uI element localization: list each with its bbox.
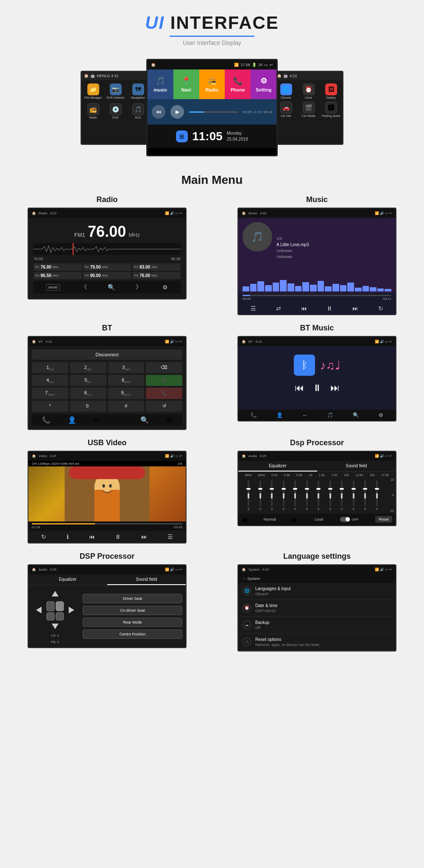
bt-screen: 🏠 BT 4:22 📶🔊▭↩ Disconnect 1GHI 2ABC 3DEF bbox=[28, 336, 187, 430]
eq-bar bbox=[287, 283, 294, 292]
center-player-area: ⏮ ▶ 00:25 / 2:15 / 05:14 bbox=[148, 99, 276, 125]
video-controls: ↻ ℹ ⏮ ⏸ ⏭ ☰ bbox=[28, 531, 186, 543]
eq-slider[interactable]: 0 bbox=[294, 480, 296, 510]
video-progress-track bbox=[32, 523, 182, 524]
list-item: P5 90.00 MHz bbox=[83, 272, 131, 279]
header-section: UI INTERFACE User Interface Display bbox=[0, 0, 424, 50]
repeat-icon: ↻ bbox=[41, 533, 46, 540]
eq-bar bbox=[347, 283, 354, 291]
home-icon: 🏠 bbox=[32, 568, 36, 571]
driver-seat-button[interactable]: Driver Seat bbox=[83, 594, 182, 603]
list-item: P6 76.00 MHz bbox=[132, 272, 181, 279]
svg-rect-14 bbox=[47, 613, 54, 620]
lang-item-languages[interactable]: 🌐 Languages & input Gboard bbox=[238, 583, 396, 600]
eq-slider[interactable]: 0 bbox=[364, 480, 366, 510]
key-9[interactable]: 9WXYZ bbox=[108, 388, 145, 399]
home-icon: 🏠 bbox=[32, 211, 36, 215]
title-interface: INTERFACE bbox=[165, 13, 279, 33]
dsp2-main: LR: 0 FB: 0 Driver Seat Co-driver Seat R… bbox=[28, 585, 186, 647]
key-2[interactable]: 2ABC bbox=[70, 362, 106, 373]
call-icon: 📞 bbox=[42, 416, 50, 424]
key-5[interactable]: 5JKL bbox=[70, 375, 106, 386]
rear-mode-button[interactable]: Rear Mode bbox=[83, 618, 182, 627]
preset-freq: 90.00 bbox=[90, 273, 100, 278]
eq-slider[interactable]: 0 bbox=[283, 480, 285, 510]
key-call[interactable]: 📞 bbox=[146, 375, 182, 386]
eq-slider[interactable]: 0 bbox=[248, 480, 249, 510]
bt-icon-area: ᛒ ♪♫♩ bbox=[294, 355, 340, 376]
eq-slider[interactable]: 0 bbox=[271, 480, 273, 510]
key-4[interactable]: 4GHI bbox=[32, 375, 68, 386]
aux-label: AUX bbox=[135, 116, 141, 119]
eq-slider[interactable]: 0 bbox=[259, 480, 261, 510]
main-time: 11:05 bbox=[192, 130, 223, 143]
video-topbar-left: 🏠 Video 4:47 bbox=[32, 454, 56, 458]
radio-title: Radio bbox=[96, 195, 117, 204]
range-high: 90.00 bbox=[171, 257, 181, 261]
music-screen: 🏠 Music 4:46 📶🔊▭↩ 🎵 1/3 A Little Love.mp… bbox=[237, 208, 396, 315]
bt-music-topbar-left: 🏠 BT 4:23 bbox=[242, 340, 262, 344]
phone-menu-icon: 📞 bbox=[233, 76, 243, 86]
key-hash[interactable]: # bbox=[108, 401, 145, 412]
eq-bar bbox=[325, 286, 332, 291]
centre-position-button[interactable]: Centre Position bbox=[83, 630, 182, 639]
navigation-label: Navigation bbox=[131, 96, 145, 99]
eq-slider[interactable]: 0 bbox=[329, 480, 331, 510]
eq-slider[interactable]: 0 bbox=[353, 480, 354, 510]
co-driver-seat-button[interactable]: Co-driver Seat bbox=[83, 606, 182, 615]
key-7[interactable]: 7PQRS bbox=[32, 388, 68, 399]
transfer-icon: ↔ bbox=[302, 412, 307, 418]
track-artist1: Unknown bbox=[276, 249, 391, 253]
chrome-label: Chrome bbox=[281, 96, 291, 99]
lang-item-datetime[interactable]: ⏰ Date & time GMT+00:00 bbox=[238, 600, 396, 617]
eq-bar bbox=[243, 286, 249, 291]
freq-17k5: 17.5K bbox=[381, 474, 389, 477]
search-icon: 🔍 bbox=[140, 416, 149, 424]
home-icon: 🏠 bbox=[32, 454, 36, 458]
band-button[interactable]: BAND bbox=[46, 284, 60, 291]
radio-frequency: 76.00 bbox=[88, 223, 126, 241]
lang-item-backup[interactable]: ☁ Backup Off bbox=[238, 617, 396, 634]
key-star[interactable]: * bbox=[32, 401, 68, 412]
topbar-home-icon: 🏠 bbox=[151, 63, 156, 67]
eq-slider[interactable]: 0 bbox=[306, 480, 308, 510]
player-time: 00:25 / 2:15 / 05:14 bbox=[243, 110, 272, 114]
key-3[interactable]: 3DEF bbox=[108, 362, 145, 373]
bluetooth-logo: ᛒ bbox=[294, 355, 315, 376]
key-6[interactable]: 6MNO bbox=[108, 375, 145, 386]
freq-1k5: 1.5K bbox=[319, 474, 325, 477]
music-controls: ☰ ⇄ ⏮ ⏸ ⏭ ↻ bbox=[238, 302, 396, 314]
dsp-topbar: 🏠 Audio 4:25 📶🔊▭↩ bbox=[238, 452, 396, 461]
dsp-topbar-left: 🏠 Audio 4:25 bbox=[242, 454, 266, 458]
key-backspace[interactable]: ⌫ bbox=[146, 362, 182, 373]
key-refresh[interactable]: ↺ bbox=[146, 401, 182, 412]
tab-sound-field[interactable]: Sound field bbox=[317, 461, 396, 471]
eq-slider[interactable]: 0 bbox=[376, 480, 378, 510]
usb-video-block: USB Video 🏠 Video 4:47 📶🔊▭↩ OH 11Mbps 19… bbox=[8, 438, 206, 544]
music-time-total: 03:11 bbox=[383, 297, 391, 301]
key-1[interactable]: 1GHI bbox=[32, 362, 68, 373]
tab2-sound-field[interactable]: Sound field bbox=[107, 574, 186, 585]
preset-mhz: MHz bbox=[102, 266, 108, 269]
list-item: 💿 DVD bbox=[106, 103, 126, 119]
radio-controls: BAND 《 🔍 》 ⚙ bbox=[33, 281, 181, 294]
key-8[interactable]: 8TUV bbox=[70, 388, 106, 399]
reset-button[interactable]: Reset bbox=[375, 516, 392, 523]
dsp-topbar-time: 4:25 bbox=[259, 454, 266, 458]
bt-music-block: BT Music 🏠 BT 4:23 📶🔊▭↩ ᛒ ♪♫♩ bbox=[218, 324, 416, 430]
key-0[interactable]: 0+ bbox=[70, 401, 106, 412]
dsp-toggle[interactable]: OFF bbox=[340, 517, 359, 522]
date-day: Monday bbox=[227, 130, 248, 136]
right-icons-grid: 🌐 Chrome ⏰ Clock 🖼 Gallery 🚗 Car Info 🎬 bbox=[274, 80, 343, 121]
eq-slider[interactable]: 0 bbox=[318, 480, 319, 510]
tab2-equalizer[interactable]: Equalizer bbox=[28, 574, 107, 585]
eq-slider[interactable]: 0 bbox=[341, 480, 343, 510]
tab-equalizer[interactable]: Equalizer bbox=[238, 461, 317, 471]
key-end-call[interactable]: 📞 bbox=[146, 388, 182, 399]
home-icon: 🏠 bbox=[242, 454, 246, 458]
eq-bar bbox=[363, 286, 369, 292]
lang-item-reset[interactable]: ⚠ Reset options Network, apps, or device… bbox=[238, 634, 396, 651]
lang-item-subtitle: GMT+00:00 bbox=[255, 609, 391, 613]
dsp-bottom-bar: ◀ Normal ▶ Loud OFF Reset bbox=[238, 514, 396, 525]
radio-icon: 📻 bbox=[87, 103, 99, 115]
